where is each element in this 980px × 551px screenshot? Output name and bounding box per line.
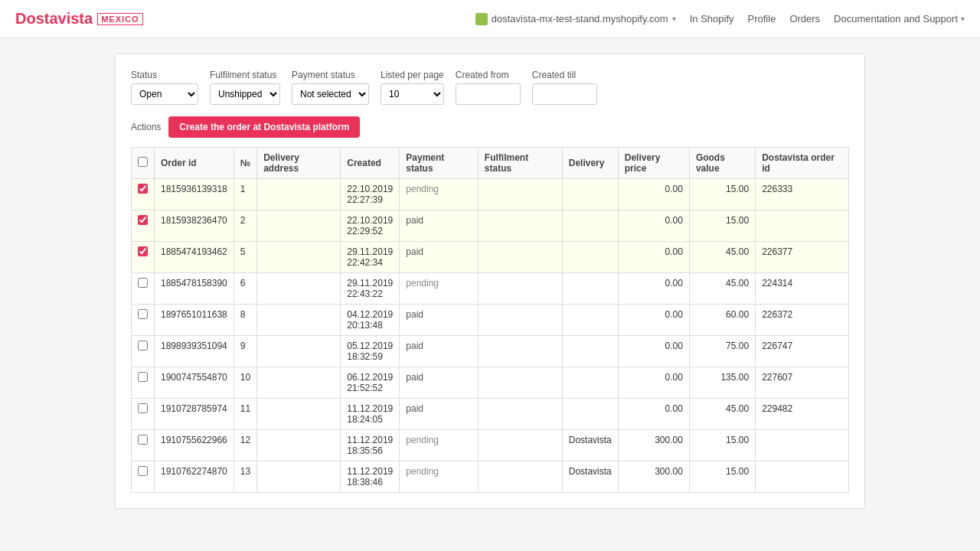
brand-region: MEXICO <box>97 13 142 25</box>
row-created: 22.10.2019 22:29:52 <box>341 210 400 242</box>
row-delivery-price: 0.00 <box>618 305 689 336</box>
header-goods-value: Goods value <box>689 148 755 179</box>
row-delivery-price: 0.00 <box>618 336 689 367</box>
create-order-button[interactable]: Create the order at Dostavista platform <box>168 116 360 138</box>
row-fulfillment-status <box>478 367 562 399</box>
row-delivery-address <box>257 461 341 493</box>
row-checkbox[interactable] <box>138 215 148 225</box>
row-order-id: 1900747554870 <box>155 367 234 399</box>
header-delivery-address: Delivery address <box>257 148 341 179</box>
row-checkbox[interactable] <box>138 372 148 382</box>
row-checkbox[interactable] <box>138 184 148 194</box>
row-delivery <box>562 367 618 399</box>
row-checkbox-cell <box>132 430 155 461</box>
row-payment-status: paid <box>400 336 479 367</box>
row-order-id: 1885474193462 <box>155 242 234 273</box>
row-order-id: 1910728785974 <box>155 399 234 430</box>
row-dostavista-order-id: 226372 <box>756 305 849 336</box>
created-till-input[interactable] <box>532 83 597 105</box>
order-id-link[interactable]: 1900747554870 <box>161 372 227 383</box>
listed-per-page-select[interactable]: 10 25 50 100 <box>381 83 444 105</box>
row-goods-value: 15.00 <box>689 430 755 461</box>
row-checkbox-cell <box>132 210 155 242</box>
main-content: Status Open Closed Cancelled Fulfilment … <box>115 54 865 509</box>
row-delivery-price: 0.00 <box>618 242 689 273</box>
row-checkbox-cell <box>132 305 155 336</box>
row-dostavista-order-id <box>756 210 849 242</box>
row-fulfillment-status <box>478 399 562 430</box>
row-delivery-address <box>257 367 341 399</box>
order-id-link[interactable]: 1885478158390 <box>161 278 227 289</box>
row-delivery <box>562 399 618 430</box>
row-dostavista-order-id: 226333 <box>756 179 849 210</box>
row-checkbox[interactable] <box>138 278 148 288</box>
nav-link-profile[interactable]: Profile <box>748 13 776 24</box>
row-fulfillment-status <box>478 430 562 461</box>
actions-row: Actions Create the order at Dostavista p… <box>131 116 849 138</box>
status-select[interactable]: Open Closed Cancelled <box>131 83 198 105</box>
row-goods-value: 45.00 <box>689 242 755 273</box>
row-checkbox-cell <box>132 179 155 210</box>
select-all-checkbox[interactable] <box>138 157 148 167</box>
row-created: 29.11.2019 22:42:34 <box>341 242 400 273</box>
row-delivery: Dostavista <box>562 461 618 493</box>
row-payment-status: paid <box>400 399 479 430</box>
actions-label: Actions <box>131 122 161 132</box>
payment-label: Payment status <box>292 70 369 80</box>
table-row: 1897651011638804.12.2019 20:13:48paid0.0… <box>132 305 849 336</box>
row-fulfillment-status <box>478 242 562 273</box>
row-goods-value: 15.00 <box>689 210 755 242</box>
row-delivery-price: 0.00 <box>618 367 689 399</box>
row-fulfillment-status <box>478 336 562 367</box>
shopify-icon <box>475 13 488 25</box>
order-id-link[interactable]: 1897651011638 <box>161 309 227 320</box>
row-order-id: 1897651011638 <box>155 305 234 336</box>
header-dostavista-order-id: Dostavista order id <box>756 148 849 179</box>
brand-name: Dostavista <box>15 10 93 28</box>
row-fulfillment-status <box>478 305 562 336</box>
table-row: 1885478158390629.11.2019 22:43:22pending… <box>132 273 849 305</box>
shopify-store-label: dostavista-mx-test-stand.myshopify.com <box>492 13 668 24</box>
row-delivery-price: 0.00 <box>618 399 689 430</box>
payment-select[interactable]: Not selected Paid Pending Refunded <box>292 83 369 105</box>
table-body: 1815936139318122.10.2019 22:27:39pending… <box>132 179 849 493</box>
table-header: Order id № Delivery address Created Paym… <box>132 148 849 179</box>
row-fulfillment-status <box>478 210 562 242</box>
row-delivery-address <box>257 179 341 210</box>
order-id-link[interactable]: 1815938236470 <box>161 215 227 226</box>
orders-table: Order id № Delivery address Created Paym… <box>131 147 849 493</box>
order-id-link[interactable]: 1815936139318 <box>161 184 227 194</box>
order-id-link[interactable]: 1910728785974 <box>161 403 227 414</box>
row-num: 8 <box>234 305 256 336</box>
order-id-link[interactable]: 1898939351094 <box>161 341 227 351</box>
row-checkbox[interactable] <box>138 435 148 445</box>
header-num: № <box>234 148 256 179</box>
nav-link-docs-label: Documentation and Support <box>834 13 958 24</box>
row-dostavista-order-id: 226377 <box>756 242 849 273</box>
row-payment-status: pending <box>400 179 479 210</box>
row-payment-status: paid <box>400 210 479 242</box>
order-id-link[interactable]: 1910762274870 <box>161 466 227 477</box>
row-checkbox[interactable] <box>138 246 148 256</box>
created-from-input[interactable] <box>456 83 521 105</box>
row-delivery-address <box>257 399 341 430</box>
fulfillment-select[interactable]: Unshipped Shipped Partial <box>210 83 280 105</box>
row-checkbox[interactable] <box>138 466 148 476</box>
row-delivery <box>562 179 618 210</box>
row-goods-value: 75.00 <box>689 336 755 367</box>
row-created: 06.12.2019 21:52:52 <box>341 367 400 399</box>
row-checkbox[interactable] <box>138 309 148 319</box>
row-delivery-address <box>257 242 341 273</box>
order-id-link[interactable]: 1885474193462 <box>161 246 227 257</box>
row-checkbox[interactable] <box>138 403 148 413</box>
table-row: 1885474193462529.11.2019 22:42:34paid0.0… <box>132 242 849 273</box>
row-delivery-address <box>257 305 341 336</box>
order-id-link[interactable]: 1910755622966 <box>161 435 227 445</box>
nav-link-in-shopify[interactable]: In Shopify <box>690 13 734 24</box>
nav-link-orders[interactable]: Orders <box>789 13 820 24</box>
row-checkbox[interactable] <box>138 341 148 350</box>
row-num: 13 <box>234 461 256 493</box>
nav-link-docs[interactable]: Documentation and Support ▾ <box>834 13 965 24</box>
created-till-filter-group: Created till <box>532 70 597 105</box>
shopify-store-link[interactable]: dostavista-mx-test-stand.myshopify.com ▾ <box>475 13 676 25</box>
